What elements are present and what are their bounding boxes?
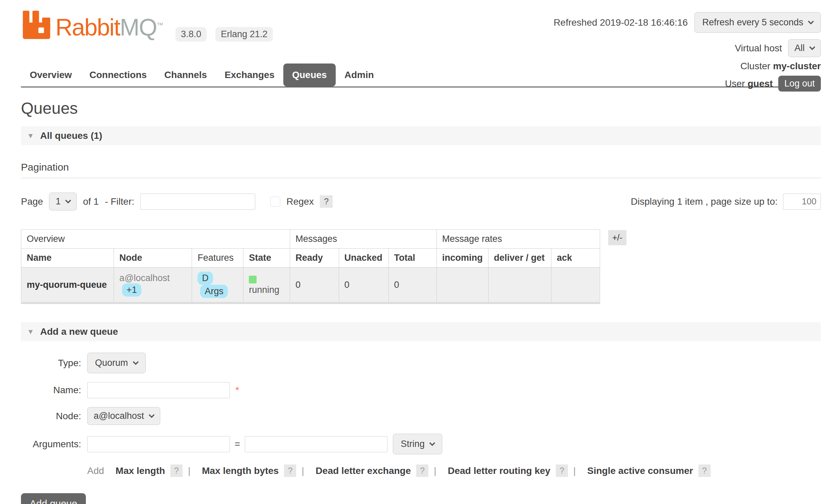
triangle-down-icon: ▼ — [27, 132, 34, 140]
add-queue-form: Type: Quorum Name: * Node: a@localhost A… — [21, 353, 821, 504]
group-header-overview: Overview — [21, 230, 290, 249]
wordmark-rabbit: Rabbit — [55, 14, 120, 41]
preset-dead-letter-routing-key[interactable]: Dead letter routing key — [448, 465, 550, 476]
argument-type-select[interactable]: String — [393, 434, 442, 454]
col-header-total[interactable]: Total — [388, 249, 436, 268]
page-title: Queues — [21, 99, 821, 118]
add-queue-label: Add a new queue — [40, 326, 118, 337]
help-icon[interactable]: ? — [556, 464, 568, 477]
add-queue-button[interactable]: Add queue — [21, 493, 86, 504]
refresh-interval-select[interactable]: Refresh every 5 seconds — [694, 12, 821, 33]
help-icon[interactable]: ? — [284, 464, 296, 477]
separator: | — [434, 465, 436, 476]
triangle-down-icon: ▼ — [27, 328, 34, 336]
chevron-down-icon — [133, 359, 139, 365]
queue-node-value: a@localhost — [94, 411, 144, 421]
rabbitmq-management-page: RabbitMQ™ 3.8.0 Erlang 21.2 Refreshed 20… — [0, 0, 831, 504]
filter-input[interactable] — [140, 194, 255, 210]
page-label: Page — [21, 196, 43, 207]
add-argument-link[interactable]: Add — [87, 465, 104, 476]
argument-value-input[interactable] — [245, 436, 387, 452]
user-label-row: User guest — [725, 78, 773, 89]
column-toggle-button[interactable]: +/- — [608, 230, 626, 245]
col-header-unacked[interactable]: Unacked — [339, 249, 388, 268]
rabbitmq-rabbit-icon — [21, 9, 52, 43]
regex-checkbox[interactable] — [270, 197, 280, 207]
add-queue-section-header[interactable]: ▼ Add a new queue — [21, 322, 821, 341]
col-header-ready[interactable]: Ready — [290, 249, 339, 268]
queue-rate-ack — [551, 268, 600, 303]
version-badge: 3.8.0 — [175, 27, 207, 42]
rabbitmq-logo[interactable]: RabbitMQ™ — [21, 9, 163, 43]
queue-rate-incoming — [436, 268, 488, 303]
regex-help-icon[interactable]: ? — [320, 195, 333, 208]
queue-type-select[interactable]: Quorum — [87, 353, 146, 373]
col-header-state[interactable]: State — [243, 249, 290, 268]
queue-ready-count: 0 — [290, 268, 339, 303]
user-name: guest — [747, 78, 773, 89]
all-queues-section-header[interactable]: ▼ All queues (1) — [21, 126, 821, 145]
cluster-name: my-cluster — [773, 61, 821, 71]
name-label: Name: — [21, 385, 81, 396]
argument-key-input[interactable] — [87, 436, 230, 452]
page-size-input[interactable] — [783, 194, 821, 210]
feature-durable-badge[interactable]: D — [197, 272, 213, 285]
queue-name-input[interactable] — [87, 382, 230, 398]
col-header-deliver-get[interactable]: deliver / get — [488, 249, 551, 268]
feature-args-badge[interactable]: Args — [200, 285, 228, 298]
displaying-label: Displaying 1 item , page size up to: — [631, 196, 778, 207]
preset-max-length-bytes[interactable]: Max length bytes — [202, 465, 279, 476]
wordmark-mq: MQ — [120, 14, 157, 41]
pagination-controls: Page 1 of 1 - Filter: Regex ? Displaying… — [21, 193, 821, 210]
type-label: Type: — [21, 358, 81, 369]
queue-node-select[interactable]: a@localhost — [87, 407, 160, 425]
equals-sign: = — [235, 439, 240, 450]
col-header-name[interactable]: Name — [21, 249, 114, 268]
pagination-heading: Pagination — [21, 161, 821, 178]
virtual-host-select[interactable]: All — [788, 39, 821, 57]
preset-max-length[interactable]: Max length — [116, 465, 165, 476]
table-column-header-row: Name Node Features State Ready Unacked T… — [21, 249, 600, 268]
queues-table-area: Overview Messages Message rates Name Nod… — [21, 229, 821, 304]
node-label: Node: — [21, 411, 81, 422]
help-icon[interactable]: ? — [416, 464, 428, 477]
logout-button[interactable]: Log out — [778, 76, 821, 92]
separator: | — [573, 465, 576, 476]
running-state-icon — [249, 276, 257, 283]
virtual-host-value: All — [794, 43, 805, 53]
preset-dead-letter-exchange[interactable]: Dead letter exchange — [316, 465, 411, 476]
queue-type-value: Quorum — [95, 358, 128, 368]
arguments-label: Arguments: — [21, 439, 81, 450]
table-row: my-quorum-queue a@localhost+1 DArgs runn… — [21, 268, 600, 303]
page-select[interactable]: 1 — [49, 193, 77, 210]
node-plus-badge[interactable]: +1 — [122, 283, 141, 297]
queue-unacked-count: 0 — [339, 268, 388, 303]
col-header-ack[interactable]: ack — [551, 249, 600, 268]
table-group-header-row: Overview Messages Message rates — [21, 230, 600, 249]
col-header-features: Features — [192, 249, 243, 268]
queue-state: running — [249, 285, 279, 295]
chevron-down-icon — [809, 44, 815, 50]
all-queues-label: All queues (1) — [40, 130, 102, 141]
wordmark: RabbitMQ™ — [55, 9, 163, 43]
argument-type-value: String — [401, 439, 425, 449]
trademark: ™ — [157, 21, 163, 29]
page-of-label: of 1 — [83, 196, 99, 207]
separator: | — [302, 465, 304, 476]
help-icon[interactable]: ? — [698, 464, 711, 477]
page-select-value: 1 — [55, 196, 61, 207]
queue-name-link[interactable]: my-quorum-queue — [27, 280, 107, 290]
preset-single-active-consumer[interactable]: Single active consumer — [587, 465, 693, 476]
queue-node: a@localhost — [119, 273, 170, 283]
help-icon[interactable]: ? — [170, 464, 183, 477]
col-header-node[interactable]: Node — [114, 249, 192, 268]
col-header-incoming[interactable]: incoming — [436, 249, 488, 268]
chevron-down-icon — [148, 412, 155, 418]
filter-label: - Filter: — [105, 196, 134, 207]
queues-table: Overview Messages Message rates Name Nod… — [21, 229, 600, 304]
required-asterisk: * — [235, 384, 239, 396]
argument-presets-row: Add Max length ? | Max length bytes ? | … — [87, 464, 821, 477]
group-header-message-rates: Message rates — [436, 230, 600, 249]
header: RabbitMQ™ 3.8.0 Erlang 21.2 Refreshed 20… — [21, 9, 821, 84]
refreshed-timestamp: Refreshed 2019-02-18 16:46:16 — [553, 17, 688, 28]
